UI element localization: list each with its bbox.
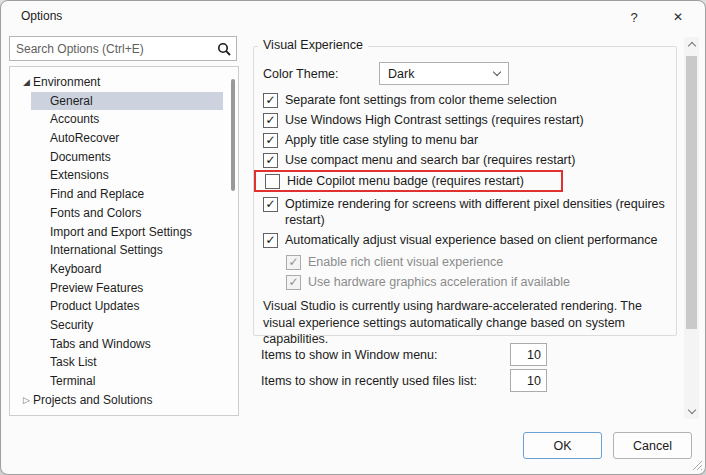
sidebar-item-preview-features[interactable]: Preview Features xyxy=(10,279,238,298)
search-box[interactable] xyxy=(9,36,237,61)
tree-collapsed-icon[interactable]: ▷ xyxy=(20,391,33,410)
sidebar-item-task-list[interactable]: Task List xyxy=(10,353,238,372)
title-bar[interactable]: Options ? ✕ xyxy=(1,1,705,33)
sidebar-item-label: Find and Replace xyxy=(50,185,144,204)
color-theme-label: Color Theme: xyxy=(263,67,379,81)
sidebar-item-label: Tabs and Windows xyxy=(50,335,151,354)
options-category-tree[interactable]: ◢EnvironmentGeneralAccountsAutoRecoverDo… xyxy=(9,66,239,416)
checkbox-label: Use compact menu and search bar (require… xyxy=(285,152,575,168)
sidebar-item-keyboard[interactable]: Keyboard xyxy=(10,260,238,279)
checkbox-row-hide-copilot-menu-badge-requires-restart[interactable]: Hide Copilot menu badge (requires restar… xyxy=(265,173,561,189)
tree-expanded-icon[interactable]: ◢ xyxy=(20,73,33,92)
sidebar-item-label: Security xyxy=(50,316,93,335)
content-scrollbar-thumb[interactable] xyxy=(686,56,697,329)
sidebar-item-label: Product Updates xyxy=(50,297,139,316)
sidebar-item-tabs-and-windows[interactable]: Tabs and Windows xyxy=(10,335,238,354)
checkbox-label: Enable rich client visual experience xyxy=(308,254,503,270)
check-icon: ✓ xyxy=(265,198,275,211)
sidebar-item-label: Documents xyxy=(50,148,111,167)
chevron-down-icon xyxy=(493,68,501,76)
tree-scrollbar-thumb[interactable] xyxy=(231,79,235,191)
sidebar-item-terminal[interactable]: Terminal xyxy=(10,372,238,391)
ok-button[interactable]: OK xyxy=(523,432,602,459)
recent-files-items-input[interactable] xyxy=(510,369,547,392)
options-dialog: Options ? ✕ ◢EnvironmentGeneralAccountsA… xyxy=(0,0,706,475)
sidebar-item-label: Keyboard xyxy=(50,260,101,279)
checkbox-row-use-compact-menu-and-search-bar-requires[interactable]: ✓Use compact menu and search bar (requir… xyxy=(263,152,677,168)
checkbox-row-separate-font-settings-from-color-theme-[interactable]: ✓Separate font settings from color theme… xyxy=(263,92,677,108)
checkbox-label: Apply title case styling to menu bar xyxy=(285,132,478,148)
checkbox-label: Separate font settings from color theme … xyxy=(285,92,557,108)
check-icon: ✓ xyxy=(265,234,275,247)
checkbox[interactable]: ✓ xyxy=(286,255,301,270)
window-menu-items-label: Items to show in Window menu: xyxy=(261,348,437,362)
sidebar-item-label: Environment xyxy=(33,73,100,92)
check-icon: ✓ xyxy=(265,154,275,167)
sidebar-item-label: Terminal xyxy=(50,372,95,391)
scroll-up-icon[interactable] xyxy=(684,37,699,52)
sidebar-item-import-and-export-settings[interactable]: Import and Export Settings xyxy=(10,223,238,242)
sidebar-item-label: Task List xyxy=(50,353,97,372)
checkbox[interactable] xyxy=(265,174,280,189)
check-icon: ✓ xyxy=(265,94,275,107)
sidebar-item-international-settings[interactable]: International Settings xyxy=(10,241,238,260)
check-icon: ✓ xyxy=(265,134,275,147)
check-icon: ✓ xyxy=(265,114,275,127)
scroll-down-icon[interactable] xyxy=(684,404,699,419)
checkbox[interactable]: ✓ xyxy=(263,113,278,128)
color-theme-row: Color Theme: Dark xyxy=(263,62,677,85)
window-menu-items-input[interactable] xyxy=(510,343,547,366)
sidebar-item-extensions[interactable]: Extensions xyxy=(10,166,238,185)
checkbox[interactable]: ✓ xyxy=(263,133,278,148)
sidebar-item-find-and-replace[interactable]: Find and Replace xyxy=(10,185,238,204)
sidebar-item-general[interactable]: General xyxy=(31,92,223,111)
sidebar-item-label: Import and Export Settings xyxy=(50,223,192,242)
sidebar-item-autorecover[interactable]: AutoRecover xyxy=(10,129,238,148)
color-theme-select[interactable]: Dark xyxy=(379,62,509,85)
group-content: Color Theme: Dark ✓Separate font setting… xyxy=(253,46,677,348)
sidebar-item-fonts-and-colors[interactable]: Fonts and Colors xyxy=(10,204,238,223)
color-theme-value: Dark xyxy=(388,67,414,81)
sidebar-item-projects-and-solutions[interactable]: ▷Projects and Solutions xyxy=(10,391,238,410)
checkbox[interactable]: ✓ xyxy=(263,93,278,108)
checkbox-row-use-hardware-graphics-acceleration-if-av[interactable]: ✓Use hardware graphics acceleration if a… xyxy=(286,274,677,290)
checkbox[interactable]: ✓ xyxy=(263,197,278,212)
sidebar-item-label: General xyxy=(50,92,93,111)
annotation-highlight-box: Hide Copilot menu badge (requires restar… xyxy=(254,170,563,192)
checkbox-row-optimize-rendering-for-screens-with-diff[interactable]: ✓Optimize rendering for screens with dif… xyxy=(263,196,677,228)
sidebar-item-label: Extensions xyxy=(50,166,109,185)
check-icon: ✓ xyxy=(288,276,298,289)
help-button[interactable]: ? xyxy=(615,4,653,31)
checkbox-label: Hide Copilot menu badge (requires restar… xyxy=(287,173,524,189)
cancel-button[interactable]: Cancel xyxy=(613,432,692,459)
sidebar-item-documents[interactable]: Documents xyxy=(10,148,238,167)
sidebar-item-label: Accounts xyxy=(50,110,99,129)
search-icon[interactable] xyxy=(212,42,236,56)
check-icon: ✓ xyxy=(288,256,298,269)
checkbox-label: Automatically adjust visual experience b… xyxy=(285,232,657,248)
resize-grip[interactable] xyxy=(691,459,702,470)
sidebar-item-environment[interactable]: ◢Environment xyxy=(10,73,238,92)
checkbox-row-enable-rich-client-visual-experience[interactable]: ✓Enable rich client visual experience xyxy=(286,254,677,270)
sidebar-item-label: Preview Features xyxy=(50,279,143,298)
sidebar-item-security[interactable]: Security xyxy=(10,316,238,335)
sidebar-item-label: AutoRecover xyxy=(50,129,119,148)
checkbox[interactable]: ✓ xyxy=(263,233,278,248)
checkbox-row-apply-title-case-styling-to-menu-bar[interactable]: ✓Apply title case styling to menu bar xyxy=(263,132,677,148)
checkbox[interactable]: ✓ xyxy=(263,153,278,168)
sidebar-item-product-updates[interactable]: Product Updates xyxy=(10,297,238,316)
sidebar-item-label: Projects and Solutions xyxy=(33,391,152,410)
sidebar-item-accounts[interactable]: Accounts xyxy=(10,110,238,129)
checkbox-label: Use Windows High Contrast settings (requ… xyxy=(285,112,584,128)
checkbox-row-automatically-adjust-visual-experience-b[interactable]: ✓Automatically adjust visual experience … xyxy=(263,232,677,248)
search-input[interactable] xyxy=(10,42,212,56)
recent-files-items-label: Items to show in recently used files lis… xyxy=(261,374,477,388)
close-button[interactable]: ✕ xyxy=(659,4,697,31)
sidebar-item-label: International Settings xyxy=(50,241,163,260)
checkbox[interactable]: ✓ xyxy=(286,275,301,290)
checkbox-label: Optimize rendering for screens with diff… xyxy=(285,196,667,228)
dialog-title: Options xyxy=(21,9,62,23)
content-scrollbar[interactable] xyxy=(684,37,699,419)
sidebar-item-label: Fonts and Colors xyxy=(50,204,141,223)
checkbox-row-use-windows-high-contrast-settings-requi[interactable]: ✓Use Windows High Contrast settings (req… xyxy=(263,112,677,128)
